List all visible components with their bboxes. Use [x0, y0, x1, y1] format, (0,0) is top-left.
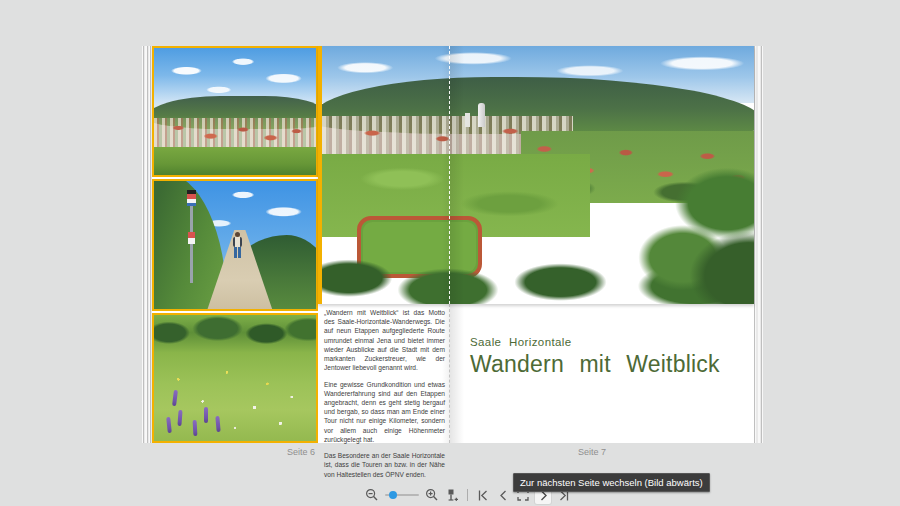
panorama-jentower: [478, 103, 485, 127]
article-text-column: „Wandern mit Weitblick“ ist das Motto de…: [324, 308, 445, 486]
flower-meadow-photo: [152, 313, 318, 443]
hiker-torso: [233, 237, 242, 247]
photo2-hiker: [232, 232, 243, 258]
article-paragraph: Eine gewisse Grundkondition und etwas Wa…: [324, 380, 445, 445]
zoom-slider-thumb[interactable]: [389, 491, 397, 499]
article-paragraph: Das Besondere an der Saale Horizontale i…: [324, 451, 445, 479]
marker-plus-icon: [445, 488, 459, 503]
page-gutter-dashed-line: [449, 46, 450, 304]
book-spread: „Wandern mit Weitblick“ ist das Motto de…: [152, 46, 754, 443]
photo2-trail-marker-post: [190, 204, 193, 283]
photo3-lupine-flower: [204, 407, 208, 423]
photo1-village-roofs: [154, 118, 316, 151]
first-page-icon: [477, 489, 490, 502]
page-number-right: Seite 7: [440, 447, 744, 457]
first-page-button[interactable]: [475, 486, 491, 504]
previous-page-button[interactable]: [495, 486, 511, 504]
photo3-trees: [152, 313, 318, 350]
next-page-tooltip: Zur nächsten Seite wechseln (Bild abwärt…: [513, 473, 710, 492]
article-kicker: Saale Horizontale: [470, 336, 720, 348]
zoom-select-button[interactable]: [444, 486, 460, 504]
hiker-trail-photo: [152, 179, 318, 311]
jena-panorama-photo: [318, 46, 754, 304]
page-stack-left: [142, 46, 152, 443]
zoom-slider[interactable]: [385, 488, 419, 502]
zoom-in-button[interactable]: [424, 486, 440, 504]
panorama-building: [465, 113, 470, 127]
article-headline: Wandern mit Weitblick: [470, 351, 720, 378]
article-paragraph: „Wandern mit Weitblick“ ist das Motto de…: [324, 308, 445, 373]
panorama-right-trees: [624, 149, 754, 304]
chevron-left-icon: [497, 489, 510, 502]
page-stack-right: [753, 46, 763, 443]
zoom-out-button[interactable]: [364, 486, 380, 504]
valley-village-photo: [152, 46, 318, 177]
hiker-legs: [234, 247, 241, 258]
photo3-flower-speckles: [154, 353, 316, 441]
page-gutter-dashed-line: [449, 304, 450, 443]
magnifier-plus-icon: [425, 488, 439, 502]
photo1-meadow: [154, 147, 316, 175]
toolbar-separator: [467, 489, 468, 501]
magnifier-minus-icon: [365, 488, 379, 502]
photo3-lupine-flower: [215, 416, 220, 432]
article-title-block: Saale Horizontale Wandern mit Weitblick: [470, 336, 720, 378]
photo3-lupine-flower: [192, 420, 197, 436]
